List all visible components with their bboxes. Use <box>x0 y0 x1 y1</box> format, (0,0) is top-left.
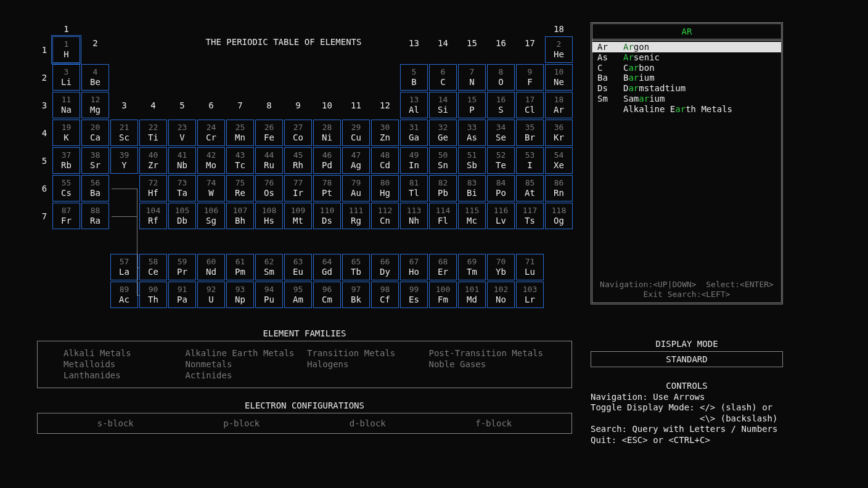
element-Se[interactable]: 34Se <box>487 120 515 146</box>
element-Th[interactable]: 90Th <box>139 282 167 308</box>
element-Lr[interactable]: 103Lr <box>516 282 544 308</box>
element-Cl[interactable]: 17Cl <box>516 92 544 118</box>
search-result[interactable]: DsDarmstadtium <box>592 83 781 94</box>
element-Au[interactable]: 79Au <box>342 175 370 201</box>
element-As[interactable]: 33As <box>458 120 486 146</box>
element-At[interactable]: 85At <box>516 175 544 201</box>
element-Ir[interactable]: 77Ir <box>284 175 312 201</box>
element-Mo[interactable]: 42Mo <box>197 147 225 174</box>
family-item[interactable]: Alkali Metals <box>63 348 181 359</box>
element-V[interactable]: 23V <box>168 120 196 146</box>
element-Zr[interactable]: 40Zr <box>139 147 167 174</box>
element-Cd[interactable]: 48Cd <box>371 147 399 174</box>
element-Ni[interactable]: 28Ni <box>313 120 341 146</box>
family-item[interactable]: Transition Metals <box>307 348 424 359</box>
family-item[interactable]: Metalloids <box>63 359 181 370</box>
family-item[interactable]: Halogens <box>307 359 424 370</box>
element-Db[interactable]: 105Db <box>168 203 196 229</box>
element-Ga[interactable]: 31Ga <box>400 120 428 146</box>
element-Ts[interactable]: 117Ts <box>516 203 544 229</box>
family-item[interactable]: Nonmetals <box>186 359 303 370</box>
element-Ge[interactable]: 32Ge <box>429 120 457 146</box>
element-Fm[interactable]: 100Fm <box>429 282 457 308</box>
block-item[interactable]: p-block <box>223 418 260 428</box>
element-Pt[interactable]: 78Pt <box>313 175 341 201</box>
element-Y[interactable]: 39Y <box>110 147 138 174</box>
element-F[interactable]: 9F <box>516 64 544 91</box>
element-Lu[interactable]: 71Lu <box>516 254 544 280</box>
element-P[interactable]: 15P <box>458 92 486 118</box>
element-Tc[interactable]: 43Tc <box>226 147 254 174</box>
element-Pa[interactable]: 91Pa <box>168 282 196 308</box>
element-Mt[interactable]: 109Mt <box>284 203 312 229</box>
element-Fe[interactable]: 26Fe <box>255 120 283 146</box>
element-Lv[interactable]: 116Lv <box>487 203 515 229</box>
element-Sb[interactable]: 51Sb <box>458 147 486 174</box>
element-Po[interactable]: 84Po <box>487 175 515 201</box>
element-He[interactable]: 2He <box>545 36 573 63</box>
element-Og[interactable]: 118Og <box>545 203 573 229</box>
element-Yb[interactable]: 70Yb <box>487 254 515 280</box>
family-item[interactable]: Noble Gases <box>429 359 546 370</box>
element-Sg[interactable]: 106Sg <box>197 203 225 229</box>
element-Cn[interactable]: 112Cn <box>371 203 399 229</box>
element-Ra[interactable]: 88Ra <box>81 203 109 229</box>
element-Mn[interactable]: 25Mn <box>226 120 254 146</box>
display-mode-value[interactable]: STANDARD <box>591 351 783 367</box>
element-Bi[interactable]: 83Bi <box>458 175 486 201</box>
element-Pb[interactable]: 82Pb <box>429 175 457 201</box>
element-Md[interactable]: 101Md <box>458 282 486 308</box>
element-Si[interactable]: 14Si <box>429 92 457 118</box>
element-Kr[interactable]: 36Kr <box>545 120 573 146</box>
family-item[interactable]: Actinides <box>186 370 303 381</box>
element-Al[interactable]: 13Al <box>400 92 428 118</box>
element-Be[interactable]: 4Be <box>81 64 109 91</box>
element-Br[interactable]: 35Br <box>516 120 544 146</box>
element-Dy[interactable]: 66Dy <box>371 254 399 280</box>
element-No[interactable]: 102No <box>487 282 515 308</box>
element-Rh[interactable]: 45Rh <box>284 147 312 174</box>
element-N[interactable]: 7N <box>458 64 486 91</box>
element-Eu[interactable]: 63Eu <box>284 254 312 280</box>
element-Hf[interactable]: 72Hf <box>139 175 167 201</box>
element-Fl[interactable]: 114Fl <box>429 203 457 229</box>
search-result[interactable]: AsArsenic <box>592 52 781 63</box>
element-In[interactable]: 49In <box>400 147 428 174</box>
element-U[interactable]: 92U <box>197 282 225 308</box>
periodic-table[interactable]: THE PERIODIC TABLE OF ELEMENTS 121314151… <box>37 22 573 309</box>
element-Rf[interactable]: 104Rf <box>139 203 167 229</box>
element-Gd[interactable]: 64Gd <box>313 254 341 280</box>
element-Li[interactable]: 3Li <box>52 64 80 91</box>
element-Sr[interactable]: 38Sr <box>81 147 109 174</box>
element-Ce[interactable]: 58Ce <box>139 254 167 280</box>
search-result[interactable]: ArArgon <box>592 42 781 52</box>
element-Tl[interactable]: 81Tl <box>400 175 428 201</box>
element-Ca[interactable]: 20Ca <box>81 120 109 146</box>
element-H[interactable]: 1H <box>52 36 80 63</box>
search-result[interactable]: BaBarium <box>592 73 781 83</box>
element-C[interactable]: 6C <box>429 64 457 91</box>
element-Pu[interactable]: 94Pu <box>255 282 283 308</box>
block-item[interactable]: d-block <box>350 418 386 428</box>
element-Nb[interactable]: 41Nb <box>168 147 196 174</box>
family-item[interactable]: Post-Transition Metals <box>429 348 546 359</box>
element-Bh[interactable]: 107Bh <box>226 203 254 229</box>
element-Mc[interactable]: 115Mc <box>458 203 486 229</box>
search-result[interactable]: CCarbon <box>592 63 781 73</box>
element-Pr[interactable]: 59Pr <box>168 254 196 280</box>
element-Sn[interactable]: 50Sn <box>429 147 457 174</box>
element-Re[interactable]: 75Re <box>226 175 254 201</box>
element-Mg[interactable]: 12Mg <box>81 92 109 118</box>
element-Ar[interactable]: 18Ar <box>545 92 573 118</box>
element-Cm[interactable]: 96Cm <box>313 282 341 308</box>
element-Ds[interactable]: 110Ds <box>313 203 341 229</box>
element-Co[interactable]: 27Co <box>284 120 312 146</box>
element-Ho[interactable]: 67Ho <box>400 254 428 280</box>
element-Fr[interactable]: 87Fr <box>52 203 80 229</box>
element-Hg[interactable]: 80Hg <box>371 175 399 201</box>
element-Ne[interactable]: 10Ne <box>545 64 573 91</box>
element-Ag[interactable]: 47Ag <box>342 147 370 174</box>
element-Np[interactable]: 93Np <box>226 282 254 308</box>
element-Rg[interactable]: 111Rg <box>342 203 370 229</box>
element-I[interactable]: 53I <box>516 147 544 174</box>
